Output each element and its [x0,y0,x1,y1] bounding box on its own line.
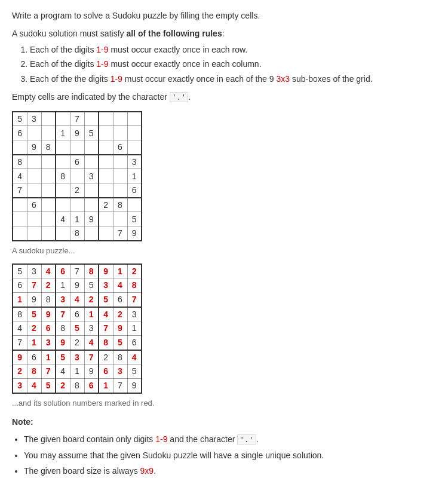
puzzle-cell [41,198,56,212]
puzzle-cell: 9 [70,126,84,140]
puzzle-cell [56,183,70,198]
empty-cells-pre: Empty cells are indicated by the charact… [12,92,170,102]
solution-cell: 7 [41,364,56,379]
puzzle-cell [99,212,113,226]
puzzle-cell: 5 [127,212,142,226]
solution-cell: 3 [70,350,84,364]
solution-cell: 5 [41,379,56,393]
solution-cell: 8 [127,278,142,293]
puzzle-cell [70,140,84,155]
puzzle-cell [41,226,56,241]
rule-2-post: must occur exactly once in each column. [109,59,262,69]
note-1-highlight: 1-9 [155,434,167,444]
puzzle-cell [99,112,113,126]
puzzle-cell: 9 [27,140,41,155]
note-2-text: You may assume that the given Sudoku puz… [24,451,324,460]
solution-cell: 9 [70,278,84,293]
rule-3-highlight2: 3x3 [276,74,290,84]
puzzle-cell [113,212,127,226]
note-3-post: . [154,466,156,476]
solution-cell: 8 [84,264,99,278]
solution-cell: 3 [27,264,41,278]
puzzle-cell [13,212,27,226]
solution-cell: 4 [127,350,142,364]
rule-3-post: sub-boxes of the grid. [290,74,373,84]
puzzle-cell [13,198,27,212]
solution-cell: 1 [113,264,127,278]
puzzle-cell [27,169,41,183]
puzzle-cell [27,155,41,169]
solution-cell: 1 [41,350,56,364]
solution-cell: 2 [84,293,99,307]
empty-cells-note: Empty cells are indicated by the charact… [12,90,436,104]
solution-cell: 1 [27,336,41,350]
solution-cell: 8 [13,307,27,321]
solution-grid: 5346789126721953481983425678597614234268… [12,263,142,394]
puzzle-cell [41,212,56,226]
puzzle-cell: 9 [84,212,99,226]
puzzle-cell [56,226,70,241]
note-1-code: '.' [237,434,256,445]
rule-1-pre: Each of the digits [30,45,96,54]
puzzle-cell: 7 [13,183,27,198]
puzzle-cell: 2 [99,198,113,212]
solution-cell: 8 [27,364,41,379]
rules-intro-text: A sudoku solution must satisfy [12,29,126,38]
puzzle-cell [27,226,41,241]
solution-cell: 8 [113,350,127,364]
puzzle-cell [84,183,99,198]
solution-cell: 2 [70,336,84,350]
note-1-mid: and the character [167,434,237,444]
solution-cell: 7 [99,321,113,336]
puzzle-section: 537619598686348317266284195879 A sudoku … [12,111,436,258]
puzzle-cell: 3 [127,155,142,169]
solution-cell: 8 [56,321,70,336]
solution-cell: 6 [56,264,70,278]
solution-cell: 9 [13,350,27,364]
puzzle-cell: 8 [13,155,27,169]
rules-list: Each of the digits 1-9 must occur exactl… [30,43,436,85]
rule-3-highlight: 1-9 [111,74,122,84]
puzzle-cell [84,226,99,241]
solution-cell: 3 [127,307,142,321]
solution-cell: 2 [41,278,56,293]
puzzle-cell [27,183,41,198]
puzzle-cell: 9 [127,226,142,241]
solution-cell: 3 [41,336,56,350]
solution-cell: 4 [99,307,113,321]
solution-cell: 2 [27,321,41,336]
puzzle-cell [56,155,70,169]
solution-cell: 8 [99,336,113,350]
puzzle-cell [99,140,113,155]
puzzle-cell [84,140,99,155]
solution-cell: 1 [70,364,84,379]
solution-cell: 6 [99,364,113,379]
puzzle-label: A sudoku puzzle... [12,245,436,258]
solution-cell: 4 [13,321,27,336]
rules-section: A sudoku solution must satisfy all of th… [12,27,436,85]
solution-cell: 4 [113,278,127,293]
solution-cell: 5 [56,350,70,364]
solution-cell: 4 [56,364,70,379]
puzzle-cell: 1 [56,126,70,140]
solution-cell: 2 [13,364,27,379]
puzzle-cell [41,112,56,126]
solution-cell: 4 [70,293,84,307]
solution-label: ...and its solution numbers marked in re… [12,397,436,410]
solution-cell: 7 [84,350,99,364]
puzzle-cell [41,183,56,198]
puzzle-cell [84,198,99,212]
solution-cell: 9 [41,307,56,321]
solution-cell: 1 [13,293,27,307]
solution-cell: 7 [13,336,27,350]
solution-cell: 6 [27,350,41,364]
solution-cell: 9 [27,293,41,307]
puzzle-cell [113,169,127,183]
note-title: Note: [12,415,436,428]
puzzle-cell [127,140,142,155]
note-2: You may assume that the given Sudoku puz… [24,449,436,462]
puzzle-cell: 4 [13,169,27,183]
puzzle-cell: 1 [127,169,142,183]
puzzle-cell [13,140,27,155]
puzzle-cell [99,183,113,198]
